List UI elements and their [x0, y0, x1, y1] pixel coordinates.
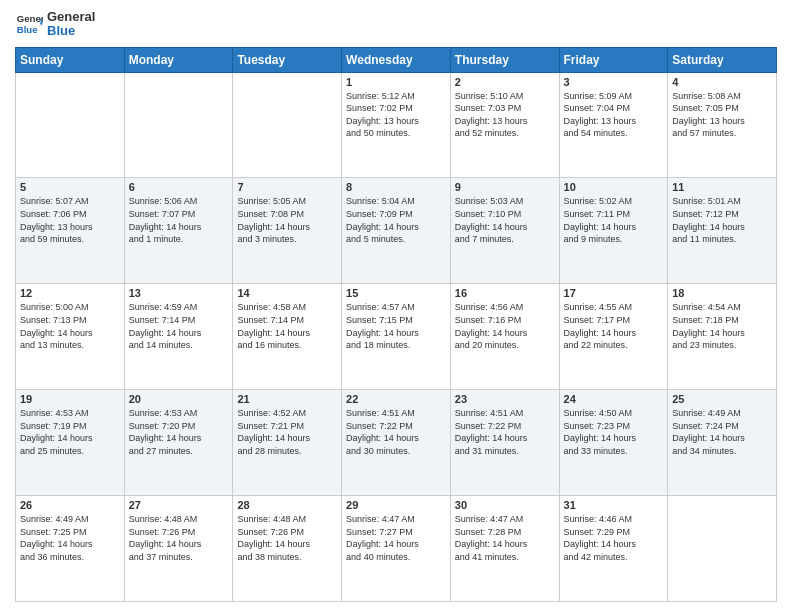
- col-monday: Monday: [124, 47, 233, 72]
- day-number: 29: [346, 499, 446, 511]
- calendar-cell: 21Sunrise: 4:52 AMSunset: 7:21 PMDayligh…: [233, 390, 342, 496]
- cell-content: Sunrise: 4:52 AMSunset: 7:21 PMDaylight:…: [237, 407, 337, 457]
- calendar-cell: [124, 72, 233, 178]
- cell-content: Sunrise: 4:56 AMSunset: 7:16 PMDaylight:…: [455, 301, 555, 351]
- calendar-cell: 1Sunrise: 5:12 AMSunset: 7:02 PMDaylight…: [342, 72, 451, 178]
- svg-text:Blue: Blue: [17, 24, 38, 35]
- day-number: 14: [237, 287, 337, 299]
- calendar-cell: 17Sunrise: 4:55 AMSunset: 7:17 PMDayligh…: [559, 284, 668, 390]
- cell-content: Sunrise: 5:01 AMSunset: 7:12 PMDaylight:…: [672, 195, 772, 245]
- col-friday: Friday: [559, 47, 668, 72]
- cell-content: Sunrise: 5:10 AMSunset: 7:03 PMDaylight:…: [455, 90, 555, 140]
- day-number: 15: [346, 287, 446, 299]
- calendar-week-row: 12Sunrise: 5:00 AMSunset: 7:13 PMDayligh…: [16, 284, 777, 390]
- calendar-week-row: 1Sunrise: 5:12 AMSunset: 7:02 PMDaylight…: [16, 72, 777, 178]
- day-number: 30: [455, 499, 555, 511]
- day-number: 25: [672, 393, 772, 405]
- cell-content: Sunrise: 4:46 AMSunset: 7:29 PMDaylight:…: [564, 513, 664, 563]
- header: General Blue General Blue: [15, 10, 777, 39]
- cell-content: Sunrise: 4:58 AMSunset: 7:14 PMDaylight:…: [237, 301, 337, 351]
- calendar-cell: 11Sunrise: 5:01 AMSunset: 7:12 PMDayligh…: [668, 178, 777, 284]
- cell-content: Sunrise: 4:59 AMSunset: 7:14 PMDaylight:…: [129, 301, 229, 351]
- col-thursday: Thursday: [450, 47, 559, 72]
- cell-content: Sunrise: 4:47 AMSunset: 7:27 PMDaylight:…: [346, 513, 446, 563]
- cell-content: Sunrise: 4:53 AMSunset: 7:19 PMDaylight:…: [20, 407, 120, 457]
- cell-content: Sunrise: 4:48 AMSunset: 7:26 PMDaylight:…: [237, 513, 337, 563]
- day-number: 22: [346, 393, 446, 405]
- calendar-cell: 30Sunrise: 4:47 AMSunset: 7:28 PMDayligh…: [450, 496, 559, 602]
- day-number: 23: [455, 393, 555, 405]
- cell-content: Sunrise: 5:00 AMSunset: 7:13 PMDaylight:…: [20, 301, 120, 351]
- day-number: 28: [237, 499, 337, 511]
- day-number: 2: [455, 76, 555, 88]
- day-number: 12: [20, 287, 120, 299]
- day-number: 8: [346, 181, 446, 193]
- calendar-week-row: 26Sunrise: 4:49 AMSunset: 7:25 PMDayligh…: [16, 496, 777, 602]
- calendar-cell: 25Sunrise: 4:49 AMSunset: 7:24 PMDayligh…: [668, 390, 777, 496]
- cell-content: Sunrise: 4:49 AMSunset: 7:24 PMDaylight:…: [672, 407, 772, 457]
- col-sunday: Sunday: [16, 47, 125, 72]
- cell-content: Sunrise: 5:09 AMSunset: 7:04 PMDaylight:…: [564, 90, 664, 140]
- calendar-cell: 4Sunrise: 5:08 AMSunset: 7:05 PMDaylight…: [668, 72, 777, 178]
- cell-content: Sunrise: 5:02 AMSunset: 7:11 PMDaylight:…: [564, 195, 664, 245]
- day-number: 20: [129, 393, 229, 405]
- calendar-cell: 9Sunrise: 5:03 AMSunset: 7:10 PMDaylight…: [450, 178, 559, 284]
- cell-content: Sunrise: 4:48 AMSunset: 7:26 PMDaylight:…: [129, 513, 229, 563]
- calendar-cell: [16, 72, 125, 178]
- calendar-cell: 3Sunrise: 5:09 AMSunset: 7:04 PMDaylight…: [559, 72, 668, 178]
- calendar-cell: 14Sunrise: 4:58 AMSunset: 7:14 PMDayligh…: [233, 284, 342, 390]
- page: General Blue General Blue Sunday Monday …: [0, 0, 792, 612]
- col-wednesday: Wednesday: [342, 47, 451, 72]
- day-number: 31: [564, 499, 664, 511]
- day-number: 11: [672, 181, 772, 193]
- day-number: 16: [455, 287, 555, 299]
- day-number: 24: [564, 393, 664, 405]
- calendar-header-row: Sunday Monday Tuesday Wednesday Thursday…: [16, 47, 777, 72]
- day-number: 9: [455, 181, 555, 193]
- calendar-cell: 6Sunrise: 5:06 AMSunset: 7:07 PMDaylight…: [124, 178, 233, 284]
- cell-content: Sunrise: 4:55 AMSunset: 7:17 PMDaylight:…: [564, 301, 664, 351]
- calendar-cell: 27Sunrise: 4:48 AMSunset: 7:26 PMDayligh…: [124, 496, 233, 602]
- day-number: 18: [672, 287, 772, 299]
- calendar-cell: 28Sunrise: 4:48 AMSunset: 7:26 PMDayligh…: [233, 496, 342, 602]
- day-number: 27: [129, 499, 229, 511]
- day-number: 17: [564, 287, 664, 299]
- cell-content: Sunrise: 4:57 AMSunset: 7:15 PMDaylight:…: [346, 301, 446, 351]
- svg-text:General: General: [17, 14, 43, 25]
- col-tuesday: Tuesday: [233, 47, 342, 72]
- calendar-cell: 18Sunrise: 4:54 AMSunset: 7:18 PMDayligh…: [668, 284, 777, 390]
- day-number: 26: [20, 499, 120, 511]
- cell-content: Sunrise: 5:06 AMSunset: 7:07 PMDaylight:…: [129, 195, 229, 245]
- calendar-cell: 24Sunrise: 4:50 AMSunset: 7:23 PMDayligh…: [559, 390, 668, 496]
- cell-content: Sunrise: 4:51 AMSunset: 7:22 PMDaylight:…: [346, 407, 446, 457]
- day-number: 21: [237, 393, 337, 405]
- calendar-cell: 20Sunrise: 4:53 AMSunset: 7:20 PMDayligh…: [124, 390, 233, 496]
- cell-content: Sunrise: 4:49 AMSunset: 7:25 PMDaylight:…: [20, 513, 120, 563]
- calendar-cell: 5Sunrise: 5:07 AMSunset: 7:06 PMDaylight…: [16, 178, 125, 284]
- cell-content: Sunrise: 5:05 AMSunset: 7:08 PMDaylight:…: [237, 195, 337, 245]
- cell-content: Sunrise: 4:51 AMSunset: 7:22 PMDaylight:…: [455, 407, 555, 457]
- calendar-cell: 29Sunrise: 4:47 AMSunset: 7:27 PMDayligh…: [342, 496, 451, 602]
- logo: General Blue General Blue: [15, 10, 95, 39]
- cell-content: Sunrise: 5:08 AMSunset: 7:05 PMDaylight:…: [672, 90, 772, 140]
- calendar-cell: 31Sunrise: 4:46 AMSunset: 7:29 PMDayligh…: [559, 496, 668, 602]
- day-number: 7: [237, 181, 337, 193]
- day-number: 1: [346, 76, 446, 88]
- calendar-cell: 8Sunrise: 5:04 AMSunset: 7:09 PMDaylight…: [342, 178, 451, 284]
- logo-blue: Blue: [47, 24, 95, 38]
- calendar-cell: 16Sunrise: 4:56 AMSunset: 7:16 PMDayligh…: [450, 284, 559, 390]
- calendar-cell: 15Sunrise: 4:57 AMSunset: 7:15 PMDayligh…: [342, 284, 451, 390]
- calendar-cell: 23Sunrise: 4:51 AMSunset: 7:22 PMDayligh…: [450, 390, 559, 496]
- cell-content: Sunrise: 4:50 AMSunset: 7:23 PMDaylight:…: [564, 407, 664, 457]
- day-number: 6: [129, 181, 229, 193]
- calendar-cell: 7Sunrise: 5:05 AMSunset: 7:08 PMDaylight…: [233, 178, 342, 284]
- calendar-cell: [233, 72, 342, 178]
- calendar-cell: 10Sunrise: 5:02 AMSunset: 7:11 PMDayligh…: [559, 178, 668, 284]
- logo-general: General: [47, 10, 95, 24]
- calendar-cell: 19Sunrise: 4:53 AMSunset: 7:19 PMDayligh…: [16, 390, 125, 496]
- cell-content: Sunrise: 5:04 AMSunset: 7:09 PMDaylight:…: [346, 195, 446, 245]
- calendar-week-row: 5Sunrise: 5:07 AMSunset: 7:06 PMDaylight…: [16, 178, 777, 284]
- col-saturday: Saturday: [668, 47, 777, 72]
- calendar-cell: 2Sunrise: 5:10 AMSunset: 7:03 PMDaylight…: [450, 72, 559, 178]
- day-number: 4: [672, 76, 772, 88]
